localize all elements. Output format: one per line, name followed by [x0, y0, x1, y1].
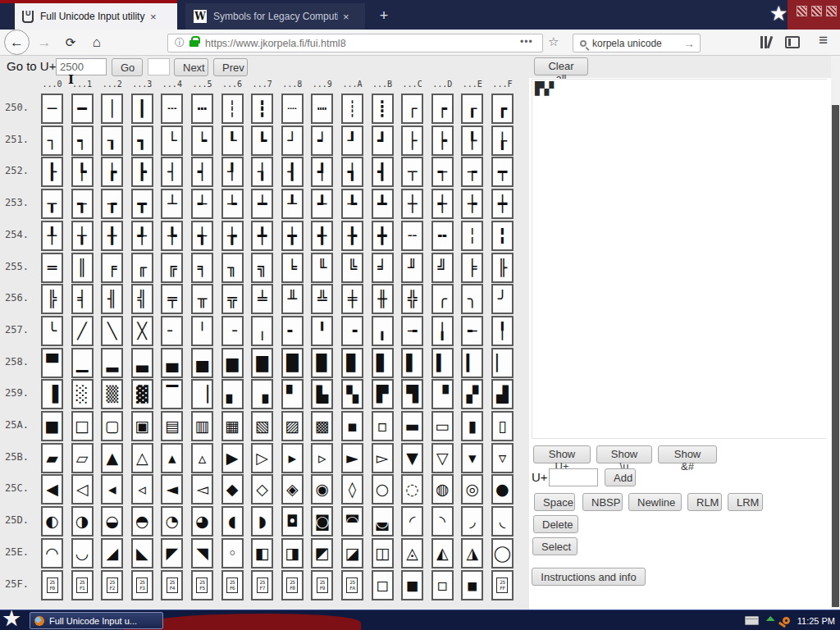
- char-cell[interactable]: ◾: [461, 570, 483, 600]
- char-cell[interactable]: ═: [41, 253, 63, 283]
- char-cell[interactable]: ├: [401, 126, 423, 156]
- char-cell[interactable]: 25F5: [191, 570, 213, 600]
- char-cell[interactable]: ◙: [311, 506, 333, 536]
- char-cell[interactable]: ┦: [221, 157, 244, 187]
- char-cell[interactable]: ▪: [341, 411, 363, 441]
- char-cell[interactable]: ▏: [491, 348, 514, 378]
- char-cell[interactable]: ◝: [431, 506, 454, 536]
- char-cell[interactable]: 25F9: [311, 570, 333, 600]
- char-cell[interactable]: ╯: [491, 284, 514, 314]
- char-cell[interactable]: ◫: [372, 538, 394, 568]
- char-cell[interactable]: ╣: [131, 284, 153, 314]
- char-cell[interactable]: ╦: [221, 284, 244, 314]
- char-cell[interactable]: ┫: [372, 157, 394, 187]
- char-cell[interactable]: ┚: [341, 126, 363, 156]
- char-cell[interactable]: ┟: [491, 126, 514, 156]
- char-cell[interactable]: ─: [41, 94, 63, 124]
- char-cell[interactable]: ╡: [71, 284, 94, 314]
- add-button[interactable]: Add: [605, 468, 636, 486]
- char-cell[interactable]: ╃: [131, 221, 153, 251]
- char-cell[interactable]: ╿: [491, 316, 514, 346]
- library-icon[interactable]: [759, 36, 775, 49]
- char-cell[interactable]: ◀: [41, 474, 63, 504]
- char-cell[interactable]: 25F7: [251, 570, 273, 600]
- char-cell[interactable]: ┴: [161, 189, 183, 219]
- char-cell[interactable]: 25F4: [161, 570, 183, 600]
- char-cell[interactable]: ┩: [311, 157, 333, 187]
- char-cell[interactable]: ┣: [131, 157, 153, 187]
- char-cell[interactable]: ◃: [131, 474, 153, 504]
- char-cell[interactable]: ▆: [221, 348, 244, 378]
- char-cell[interactable]: ▂: [101, 348, 123, 378]
- char-cell[interactable]: ◩: [311, 538, 333, 568]
- char-cell[interactable]: ░: [71, 379, 94, 409]
- char-cell[interactable]: ▅: [191, 348, 213, 378]
- char-cell[interactable]: ╛: [372, 253, 394, 283]
- char-cell[interactable]: ┥: [191, 157, 213, 187]
- hamburger-menu-icon[interactable]: ≡: [819, 31, 828, 49]
- char-cell[interactable]: ▙: [311, 379, 333, 409]
- char-cell[interactable]: ◤: [161, 538, 183, 568]
- char-cell[interactable]: ┐: [41, 126, 63, 156]
- char-cell[interactable]: ▤: [161, 411, 183, 441]
- char-cell[interactable]: ▫: [372, 411, 394, 441]
- char-cell[interactable]: ┗: [251, 126, 273, 156]
- char-cell[interactable]: 25F2: [101, 570, 123, 600]
- clear-all-button[interactable]: Clear all: [534, 57, 588, 75]
- char-cell[interactable]: ┮: [461, 157, 483, 187]
- sidebar-icon[interactable]: [785, 36, 800, 48]
- char-cell[interactable]: ╱: [71, 316, 94, 346]
- char-cell[interactable]: ╲: [101, 316, 123, 346]
- char-cell[interactable]: ╁: [71, 221, 94, 251]
- char-cell[interactable]: ●: [491, 474, 514, 504]
- new-tab-button[interactable]: +: [374, 7, 394, 26]
- char-cell[interactable]: ┶: [221, 189, 244, 219]
- char-cell[interactable]: ▯: [491, 411, 514, 441]
- prev-button[interactable]: Prev: [213, 58, 248, 76]
- char-cell[interactable]: ◭: [431, 538, 454, 568]
- char-cell[interactable]: ┠: [41, 157, 63, 187]
- char-cell[interactable]: ▸: [281, 443, 304, 473]
- char-cell[interactable]: ┙: [311, 126, 333, 156]
- char-cell[interactable]: ◍: [431, 474, 454, 504]
- char-cell[interactable]: ╬: [401, 284, 423, 314]
- show-uplus-button[interactable]: Show U+: [533, 445, 591, 463]
- char-cell[interactable]: ◮: [461, 538, 483, 568]
- char-cell[interactable]: ▥: [191, 411, 213, 441]
- char-cell[interactable]: □: [71, 411, 94, 441]
- show-backslash-u-button[interactable]: Show \u: [596, 445, 652, 463]
- char-cell[interactable]: █: [281, 348, 304, 378]
- char-cell[interactable]: ┒: [101, 126, 123, 156]
- char-cell[interactable]: ◜: [401, 506, 423, 536]
- char-cell[interactable]: ┋: [372, 94, 394, 124]
- char-cell[interactable]: ┢: [101, 157, 123, 187]
- search-input[interactable]: korpela unicode: [592, 38, 683, 49]
- char-cell[interactable]: ║: [71, 253, 94, 283]
- char-cell[interactable]: ┖: [221, 126, 244, 156]
- char-cell[interactable]: ▔: [161, 379, 183, 409]
- char-cell[interactable]: ╓: [131, 253, 153, 283]
- char-cell[interactable]: 25F0: [41, 570, 63, 600]
- char-cell[interactable]: ╪: [341, 284, 363, 314]
- page-actions-icon[interactable]: •••: [520, 36, 533, 48]
- tab-symbols-legacy-computing[interactable]: W Symbols for Legacy Computing - W ×: [185, 3, 365, 30]
- char-cell[interactable]: ╹: [311, 316, 333, 346]
- char-cell[interactable]: ┿: [491, 189, 514, 219]
- char-cell[interactable]: ╟: [491, 253, 514, 283]
- char-cell[interactable]: ╕: [191, 253, 213, 283]
- char-cell[interactable]: ╎: [461, 221, 483, 251]
- char-cell[interactable]: ┲: [101, 189, 123, 219]
- char-cell[interactable]: ┧: [251, 157, 273, 187]
- char-cell[interactable]: ┎: [461, 94, 483, 124]
- char-cell[interactable]: ▴: [161, 443, 183, 473]
- close-icon[interactable]: [827, 7, 836, 16]
- char-cell[interactable]: ┸: [281, 189, 304, 219]
- char-cell[interactable]: ◖: [221, 506, 244, 536]
- char-cell[interactable]: ╒: [101, 253, 123, 283]
- char-cell[interactable]: ╢: [101, 284, 123, 314]
- char-cell[interactable]: ╝: [431, 253, 454, 283]
- char-cell[interactable]: ┍: [431, 94, 454, 124]
- go-button[interactable]: Go: [112, 58, 143, 76]
- home-button[interactable]: ⌂: [87, 30, 107, 56]
- char-cell[interactable]: ┯: [491, 157, 514, 187]
